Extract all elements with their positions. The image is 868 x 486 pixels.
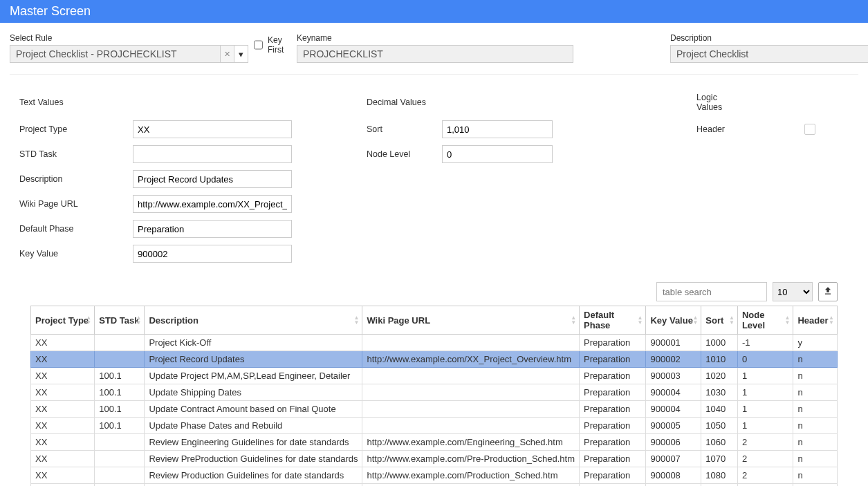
cell-project_type: XX — [31, 451, 95, 467]
cell-node_level: 2 — [737, 451, 793, 467]
clear-icon[interactable]: ✕ — [221, 45, 234, 63]
cell-header: n — [793, 434, 838, 451]
cell-default_phase: Preparation — [580, 451, 646, 467]
cell-wiki: http://www.example.com/XX_Project_Overvi… — [362, 351, 580, 368]
cell-header: n — [793, 418, 838, 434]
decimal-values-header: Decimal Values — [367, 97, 439, 109]
table-row[interactable]: XXProject Kick-OffPreparation9000011000-… — [31, 335, 838, 351]
col-project-type[interactable]: Project Type▲▼ — [31, 306, 95, 335]
key-first-checkbox[interactable] — [254, 40, 263, 50]
table-row[interactable]: XX100.1Update Shipping DatesPreparation9… — [31, 384, 838, 401]
cell-project_type: XX — [31, 484, 95, 487]
select-rule-input[interactable] — [10, 45, 221, 63]
cell-header: n — [793, 351, 838, 368]
sort-icon[interactable]: ▲▼ — [829, 315, 834, 325]
cell-project_type: XX — [31, 335, 95, 351]
table-row[interactable]: XX100.2Send Customer LettersPreparation9… — [31, 484, 838, 487]
cell-key_value: 900008 — [646, 467, 701, 484]
project-type-input[interactable] — [133, 120, 292, 138]
key-value-label: Key Value — [19, 249, 130, 259]
chevron-down-icon[interactable]: ▾ — [234, 45, 248, 63]
description-top-input[interactable] — [670, 45, 868, 63]
col-node-level[interactable]: Node Level▲▼ — [737, 306, 793, 335]
sort-icon[interactable]: ▲▼ — [784, 315, 790, 325]
col-wiki[interactable]: Wiki Page URL▲▼ — [362, 306, 580, 335]
project-type-label: Project Type — [19, 124, 130, 134]
cell-wiki: http://www.example.com/Pre-Production_Sc… — [362, 451, 580, 467]
cell-project_type: XX — [31, 401, 95, 418]
sort-icon[interactable]: ▲▼ — [86, 315, 91, 325]
cell-default_phase: Preparation — [580, 418, 646, 434]
description-input[interactable] — [133, 170, 292, 188]
table-row[interactable]: XXReview Engineering Guidelines for date… — [31, 434, 838, 451]
description-top-label: Description — [670, 33, 868, 43]
cell-description: Update Contract Amount based on Final Qu… — [145, 401, 362, 418]
cell-node_level: 1 — [737, 418, 793, 434]
cell-header: n — [793, 467, 838, 484]
cell-std_task: 100.1 — [95, 384, 145, 401]
sort-input[interactable] — [442, 120, 553, 138]
cell-default_phase: Preparation — [580, 384, 646, 401]
upload-button[interactable] — [818, 282, 838, 301]
sort-icon[interactable]: ▲▼ — [136, 315, 141, 325]
table-row[interactable]: XXReview Production Guidelines for date … — [31, 467, 838, 484]
wiki-input[interactable] — [133, 195, 292, 213]
node-level-input[interactable] — [442, 145, 553, 163]
col-description[interactable]: Description▲▼ — [145, 306, 362, 335]
key-first-label: Key First — [268, 35, 294, 55]
select-rule-combo[interactable]: ✕ ▾ — [10, 45, 248, 63]
keyname-input[interactable] — [297, 45, 573, 63]
sort-icon[interactable]: ▲▼ — [638, 315, 643, 325]
cell-wiki — [362, 335, 580, 351]
col-header[interactable]: Header▲▼ — [793, 306, 838, 335]
cell-description: Review Production Guidelines for date st… — [145, 467, 362, 484]
cell-header: n — [793, 384, 838, 401]
table-search-input[interactable] — [656, 282, 767, 301]
col-key-value[interactable]: Key Value▲▼ — [646, 306, 701, 335]
sort-label: Sort — [367, 124, 439, 134]
table-row[interactable]: XX100.1Update Contract Amount based on F… — [31, 401, 838, 418]
table-row[interactable]: XXReview PreProduction Guidelines for da… — [31, 451, 838, 467]
cell-key_value: 900007 — [646, 451, 701, 467]
sort-icon[interactable]: ▲▼ — [354, 315, 360, 325]
cell-default_phase: Preparation — [580, 434, 646, 451]
cell-sort: 1000 — [701, 335, 738, 351]
upload-icon — [823, 286, 833, 298]
sort-icon[interactable]: ▲▼ — [729, 315, 735, 325]
header-checkbox[interactable] — [804, 124, 815, 135]
cell-wiki — [362, 484, 580, 487]
cell-header: n — [793, 451, 838, 467]
cell-std_task — [95, 335, 145, 351]
table-row[interactable]: XX100.1Update Project PM,AM,SP,Lead Engi… — [31, 368, 838, 384]
pagesize-select[interactable]: 10 — [773, 282, 813, 301]
sort-icon[interactable]: ▲▼ — [571, 315, 576, 325]
cell-key_value: 900005 — [646, 418, 701, 434]
col-default-phase[interactable]: Default Phase▲▼ — [580, 306, 646, 335]
cell-sort: 1090 — [701, 484, 738, 487]
cell-sort: 1060 — [701, 434, 738, 451]
cell-sort: 1070 — [701, 451, 738, 467]
cell-std_task: 100.1 — [95, 368, 145, 384]
cell-description: Review PreProduction Guidelines for date… — [145, 451, 362, 467]
cell-default_phase: Preparation — [580, 335, 646, 351]
std-task-input[interactable] — [133, 145, 292, 163]
cell-node_level: 1 — [737, 384, 793, 401]
cell-key_value: 900006 — [646, 434, 701, 451]
col-std-task[interactable]: STD Task▲▼ — [95, 306, 145, 335]
cell-description: Review Engineering Guidelines for date s… — [145, 434, 362, 451]
cell-std_task — [95, 451, 145, 467]
description-label: Description — [19, 174, 130, 184]
default-phase-input[interactable] — [133, 220, 292, 238]
cell-description: Update Project PM,AM,SP,Lead Engineer, D… — [145, 368, 362, 384]
key-value-input[interactable] — [133, 245, 292, 263]
table-row[interactable]: XX100.1Update Phase Dates and RebuildPre… — [31, 418, 838, 434]
cell-std_task: 100.1 — [95, 418, 145, 434]
cell-project_type: XX — [31, 467, 95, 484]
sort-icon[interactable]: ▲▼ — [692, 315, 698, 325]
cell-std_task — [95, 351, 145, 368]
col-sort[interactable]: Sort▲▼ — [701, 306, 738, 335]
cell-node_level: 2 — [737, 434, 793, 451]
table-row[interactable]: XXProject Record Updateshttp://www.examp… — [31, 351, 838, 368]
cell-description: Update Phase Dates and Rebuild — [145, 418, 362, 434]
cell-key_value: 900002 — [646, 351, 701, 368]
